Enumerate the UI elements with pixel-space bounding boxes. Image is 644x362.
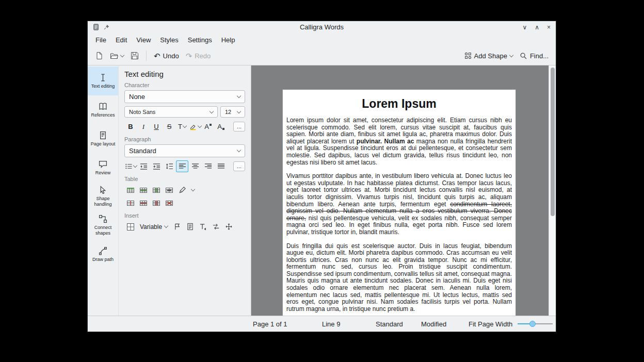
anchor-button[interactable] [222,221,235,233]
document-title[interactable]: Lorem Ipsum [286,97,512,111]
open-document-dropdown-icon [120,53,124,57]
window-titlebar[interactable]: Calligra Words ∨ ∧ × [88,21,556,33]
zoom-slider[interactable] [518,316,553,332]
add-shape-button[interactable]: Add Shape [462,50,516,62]
character-more-button[interactable]: ... [233,122,245,131]
document-body[interactable]: Lorem ipsum dolor sit amet, consectetur … [286,117,512,316]
review-icon [99,160,107,169]
delete-table-button[interactable] [163,197,175,209]
section-label-character: Character [124,82,245,88]
line-spacing-button[interactable] [163,160,175,172]
new-document-button[interactable] [92,50,106,62]
redo-button[interactable]: ↷ Redo [183,50,214,62]
zoom-mode-button[interactable]: Fit Page Width [469,320,512,328]
save-button[interactable] [128,50,141,62]
menu-styles[interactable]: Styles [155,34,183,46]
insert-table-button[interactable] [124,184,137,196]
insert-index-button[interactable] [124,221,137,233]
change-case-button[interactable]: T [176,121,188,133]
document-paragraph[interactable]: Duis fringilla dui quis est scelerisque … [286,243,512,313]
bookmark-button[interactable] [171,221,183,233]
window-title: Calligra Words [88,23,556,31]
menu-edit[interactable]: Edit [111,34,132,46]
line-spacing-icon [166,162,173,170]
underline-button[interactable]: U [150,121,163,133]
text-run: pulvinar. Nullam ac [357,138,414,145]
align-center-button[interactable] [189,160,201,172]
vertical-scrollbar[interactable] [549,65,556,316]
sidebar-tab-references[interactable]: References [88,95,118,124]
menu-view[interactable]: View [132,34,155,46]
align-left-button[interactable] [176,160,188,172]
highlight-color-button[interactable] [189,121,201,133]
align-justify-button[interactable] [215,160,227,172]
merge-cells-button[interactable] [163,184,175,196]
scrollbar-thumb[interactable] [551,68,555,216]
find-button[interactable]: Find... [517,50,551,62]
insert-row-button[interactable] [137,184,150,196]
menu-help[interactable]: Help [217,34,240,46]
variable-select[interactable]: Variable [137,222,170,232]
delete-row-button[interactable] [137,197,150,209]
section-label-insert: Insert [124,212,245,219]
align-right-icon [204,162,212,170]
modified-indicator: Modified [421,320,446,328]
delete-column-button[interactable] [150,197,163,209]
table-border-pen-button[interactable] [176,184,188,196]
menu-file[interactable]: File [91,34,111,46]
table-border-dropdown[interactable] [189,184,196,196]
sidebar-tab-draw-path[interactable]: Draw path [88,240,118,269]
bold-button[interactable]: B [124,121,137,133]
sidebar-tab-text-editing[interactable]: Text editing [88,67,118,95]
list-icon [125,162,133,170]
subscript-button[interactable]: A [215,121,227,133]
text-run: nisl quis pellentesque vehicula, velit e… [286,215,512,236]
insert-column-button[interactable] [150,184,163,196]
superscript-button[interactable]: A [202,121,214,133]
menu-settings[interactable]: Settings [183,34,217,46]
undo-button[interactable]: ↶ Undo [151,50,182,62]
decrease-indent-button[interactable] [137,160,150,172]
minimize-button[interactable]: ∨ [522,24,527,30]
sidebar-tab-connect-shapes[interactable]: Connect shapes [88,211,118,240]
insert-column-icon [152,186,160,194]
font-family-select[interactable]: Noto Sans [124,106,218,118]
zoom-slider-thumb[interactable] [529,321,536,327]
align-center-icon [191,162,199,170]
delete-row-icon [139,199,148,207]
italic-button[interactable]: I [137,121,150,133]
sidebar-tab-label: Draw path [91,257,115,262]
align-right-button[interactable] [202,160,214,172]
paragraph-more-button[interactable]: ... [233,161,245,171]
document-paragraph[interactable]: Lorem ipsum dolor sit amet, consectetur … [286,117,512,166]
find-label: Find... [530,52,549,60]
open-document-button[interactable] [107,50,126,62]
strikethrough-button[interactable]: S [163,121,175,133]
sidebar-tab-review[interactable]: Review [88,153,118,182]
panel-title: Text editing [124,70,245,78]
undo-label: Undo [163,52,179,60]
pin-icon[interactable] [103,24,110,30]
text-reference-button[interactable] [197,221,209,233]
page-break-button[interactable] [210,221,222,233]
increase-indent-button[interactable] [150,160,163,172]
document-page[interactable]: Lorem Ipsum Lorem ipsum dolor sit amet, … [282,89,516,316]
chevron-down-icon [237,148,241,152]
subscript-label: A [217,123,222,130]
sidebar-tab-page-layout[interactable]: Page layout [88,124,118,153]
document-paragraph[interactable]: Vivamus porttitor dapibus ante, in vesti… [286,173,512,236]
font-size-select[interactable]: 12 [220,106,245,118]
paragraph-style-value: Standard [129,147,156,155]
page-indicator: Page 1 of 1 [253,320,287,328]
close-button[interactable]: × [547,24,551,30]
split-cells-button[interactable] [124,197,137,209]
list-style-button[interactable] [124,160,137,172]
style-indicator: Standard [376,320,403,328]
chevron-down-icon [164,224,168,228]
footnote-button[interactable] [184,221,196,233]
maximize-button[interactable]: ∧ [535,24,539,30]
paragraph-style-select[interactable]: Standard [124,144,245,157]
sidebar-tab-shape-handling[interactable]: Shape handling [88,182,118,211]
font-size-value: 12 [225,109,231,115]
character-style-select[interactable]: None [124,90,245,103]
